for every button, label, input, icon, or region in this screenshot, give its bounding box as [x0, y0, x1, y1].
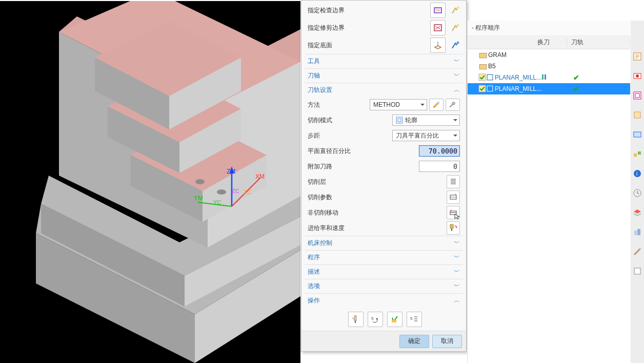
svg-point-19	[195, 179, 205, 184]
tree-label: PLANAR_MILL...	[494, 85, 541, 92]
step-dropdown[interactable]: 刀具平直百分比	[392, 130, 460, 141]
row-step: 步距 刀具平直百分比	[305, 128, 463, 143]
navigator-views-icon[interactable]	[632, 129, 642, 140]
status-ok-icon	[478, 85, 486, 93]
row-flat-pct: 平面直径百分比	[305, 143, 463, 159]
cut-levels-icon[interactable]	[447, 175, 460, 188]
section-axis[interactable]: 刀轴 ﹀	[305, 68, 463, 83]
svg-marker-37	[455, 227, 457, 228]
ok-button[interactable]: 确定	[399, 335, 429, 348]
section-actions[interactable]: 操作 ︿	[305, 293, 463, 308]
axis-x-label: XM	[255, 173, 265, 180]
layers-icon[interactable]	[632, 207, 642, 218]
op-type-icon	[486, 73, 494, 82]
generate-toolpath-icon[interactable]	[348, 312, 364, 327]
svg-rect-25	[434, 8, 441, 13]
section-tool[interactable]: 工具 ﹀	[305, 54, 463, 68]
row-extra-paths: 附加刀路	[305, 159, 463, 174]
svg-rect-58	[638, 151, 641, 155]
replay-toolpath-icon[interactable]: 5	[368, 312, 383, 327]
extra-paths-label: 附加刀路	[308, 162, 419, 171]
svg-text:5: 5	[410, 316, 413, 321]
svg-rect-49	[479, 86, 486, 92]
trim-boundary-icon[interactable]	[430, 20, 446, 35]
svg-point-31	[457, 42, 459, 44]
torch-icon[interactable]	[448, 3, 463, 18]
chevron-down-icon: ﹀	[454, 282, 460, 291]
section-options[interactable]: 选项 ﹀	[305, 279, 463, 293]
col-tool[interactable]: 换刀	[533, 38, 567, 47]
method-edit-icon[interactable]	[429, 99, 444, 111]
label-check-boundary: 指定检查边界	[305, 6, 428, 15]
section-path[interactable]: 刀轨设置 ︿	[305, 83, 463, 97]
op-type-icon	[486, 85, 494, 93]
list-toolpath-icon[interactable]: 5	[407, 312, 422, 327]
method-dropdown[interactable]: METHOD	[370, 99, 427, 110]
folder-icon	[479, 62, 487, 70]
svg-rect-43	[479, 53, 487, 58]
chevron-up-icon: ︿	[454, 296, 460, 305]
history-icon[interactable]	[632, 188, 642, 198]
measure-icon[interactable]	[632, 246, 642, 257]
folder-icon	[479, 51, 487, 59]
misc-icon[interactable]	[632, 266, 642, 276]
method-wrench-icon[interactable]	[446, 99, 460, 111]
cancel-button[interactable]: 取消	[432, 335, 462, 348]
svg-rect-62	[634, 231, 637, 235]
section-program[interactable]: 程序 ﹀	[305, 250, 463, 264]
buildings-icon[interactable]	[632, 227, 642, 237]
floor-plane-icon[interactable]	[430, 37, 446, 53]
row-method: 方法 METHOD	[305, 97, 463, 112]
operation-navigator[interactable]: - 程序顺序 换刀 刀轨 GRAMB5PLANAR_MILL...✔PLANAR…	[467, 21, 630, 363]
flat-pct-input[interactable]	[419, 145, 460, 157]
tree-label: GRAM	[487, 51, 507, 59]
col-track[interactable]: 刀轨	[567, 38, 630, 47]
section-desc-label: 描述	[308, 268, 320, 276]
noncut-icon[interactable]	[447, 206, 460, 219]
chevron-down-icon: ﹀	[454, 57, 460, 66]
cut-levels-label: 切削层	[308, 178, 445, 186]
check-boundary-icon[interactable]	[430, 3, 446, 18]
extra-paths-input[interactable]	[419, 161, 460, 172]
row-feed: 进给率和速度	[305, 220, 463, 236]
navigator-geometry-icon[interactable]	[632, 90, 642, 101]
tree-group[interactable]: GRAM	[468, 49, 630, 61]
navigator-machine-icon[interactable]	[632, 71, 642, 81]
cut-params-icon[interactable]	[447, 190, 460, 204]
row-noncut: 非切削移动	[305, 205, 463, 220]
feed-speed-icon[interactable]	[447, 221, 460, 235]
svg-rect-47	[542, 74, 544, 80]
method-value: METHOD	[373, 101, 400, 108]
svg-point-26	[457, 7, 459, 9]
cursor-icon	[454, 214, 460, 220]
torch-icon[interactable]	[448, 20, 463, 35]
label-trim-boundary: 指定修剪边界	[305, 24, 428, 32]
svg-point-28	[457, 24, 459, 27]
navigator-method-icon[interactable]	[632, 110, 642, 120]
axis-y-label: YM	[194, 195, 203, 202]
method-label: 方法	[308, 101, 370, 109]
section-program-label: 程序	[308, 253, 320, 262]
cut-mode-dropdown[interactable]: 轮廓	[392, 114, 460, 126]
tree-label: B5	[487, 63, 496, 70]
navigator-program-icon[interactable]	[632, 51, 642, 62]
status-ok-icon	[478, 73, 486, 82]
verify-toolpath-icon[interactable]	[387, 312, 402, 327]
svg-rect-63	[637, 229, 640, 235]
section-actions-label: 操作	[308, 296, 320, 305]
section-desc[interactable]: 描述 ﹀	[305, 264, 463, 279]
tree-group[interactable]: B5	[468, 61, 630, 72]
feed-label: 进给率和速度	[308, 224, 445, 233]
svg-rect-56	[634, 132, 641, 137]
flat-pct-label: 平面直径百分比	[308, 147, 419, 156]
viewport-3d[interactable]: ZM XM YM ZC XC YC	[0, 1, 300, 363]
svg-rect-41	[392, 320, 396, 322]
tree-operation[interactable]: PLANAR_MILL...✔	[468, 83, 630, 94]
torch-icon[interactable]	[448, 37, 463, 53]
svg-rect-54	[634, 92, 641, 99]
section-mc-control[interactable]: 机床控制 ﹀	[305, 236, 463, 250]
assembly-icon[interactable]	[632, 149, 642, 159]
info-icon[interactable]: i	[632, 168, 642, 179]
tree-operation[interactable]: PLANAR_MILL...✔	[468, 72, 630, 83]
step-value: 刀具平直百分比	[396, 131, 439, 140]
